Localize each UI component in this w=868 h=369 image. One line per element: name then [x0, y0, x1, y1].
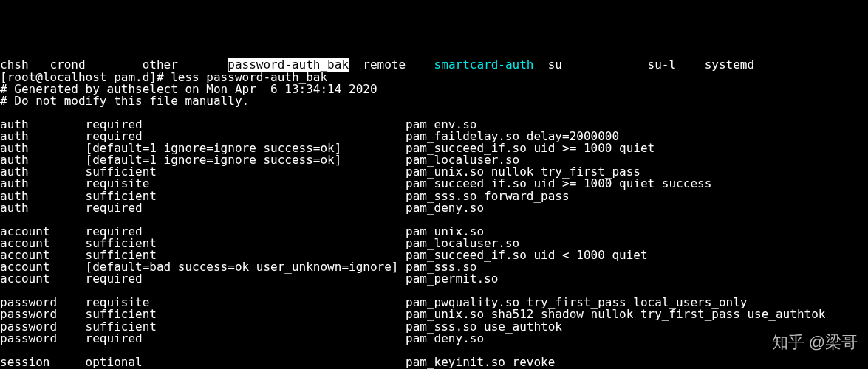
ls-item-symlink: smartcard-auth: [434, 58, 534, 72]
pam-line: password required pam_deny.so: [0, 331, 484, 345]
ls-item: su su-l systemd: [533, 58, 754, 72]
ls-item: remote: [349, 58, 434, 72]
file-comment: # Do not modify this file manually.: [0, 94, 249, 108]
pam-line: auth required pam_deny.so: [0, 201, 484, 215]
pam-line: account required pam_permit.so: [0, 272, 498, 286]
terminal-output[interactable]: chsh crond other password-auth_bak remot…: [0, 59, 868, 369]
